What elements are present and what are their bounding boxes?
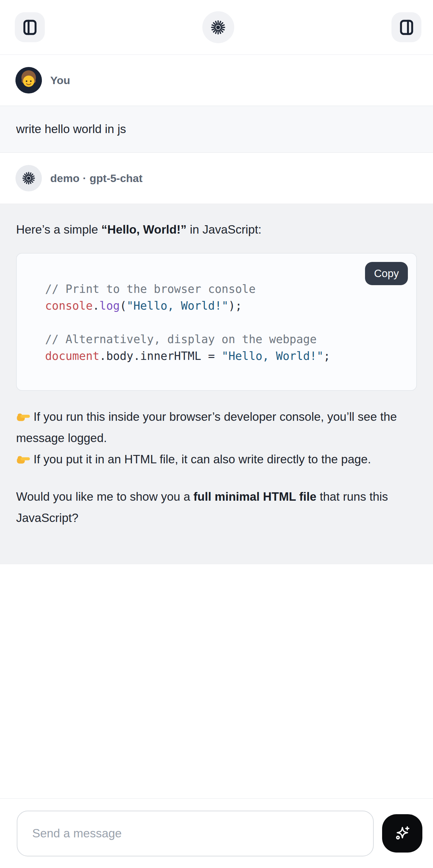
assistant-sender-label: demo · gpt-5-chat [50,172,143,185]
panel-left-icon [22,19,38,36]
assistant-name-separator: · [83,172,86,185]
assistant-closing-text: Would you like me to show you a full min… [16,486,417,529]
panel-right-icon [398,19,415,36]
user-message-header: You [0,55,433,106]
assistant-tips: If you run this inside your browser’s de… [16,406,417,470]
sidebar-toggle-button[interactable] [15,12,45,42]
top-bar [0,0,433,55]
right-panel-toggle-button[interactable] [392,12,422,42]
tip-line: If you put it in an HTML file, it can al… [16,449,417,470]
starburst-icon [21,171,36,186]
tip-text: If you run this inside your browser’s de… [16,410,397,445]
code-content: // Print to the browser consoleconsole.l… [17,254,416,364]
copy-button[interactable]: Copy [365,262,408,285]
send-button[interactable] [382,814,422,852]
assistant-message: Here’s a simple “Hello, World!” in JavaS… [0,204,433,564]
chat-empty-area [0,564,433,798]
assistant-model: gpt-5-chat [90,172,143,185]
code-block: Copy // Print to the browser consolecons… [16,253,417,391]
user-avatar [16,67,42,93]
app-logo-button[interactable] [202,11,234,43]
sparkles-icon [393,824,412,843]
point-right-emoji-icon [16,409,30,423]
assistant-avatar [16,165,42,191]
assistant-name: demo [50,172,80,185]
assistant-intro-text: Here’s a simple “Hello, World!” in JavaS… [16,221,417,238]
person-emoji-icon [16,67,42,93]
assistant-message-header: demo · gpt-5-chat [0,153,433,204]
tip-text: If you put it in an HTML file, it can al… [33,453,371,466]
point-right-emoji-icon [16,452,30,466]
user-message-text: write hello world in js [16,122,126,136]
starburst-icon [210,19,226,36]
user-message-bubble: write hello world in js [0,106,433,153]
user-sender-label: You [50,74,70,87]
message-input[interactable] [17,811,374,857]
composer-bar [0,798,433,868]
tip-line: If you run this inside your browser’s de… [16,406,417,449]
user-sender-name: You [50,74,70,87]
